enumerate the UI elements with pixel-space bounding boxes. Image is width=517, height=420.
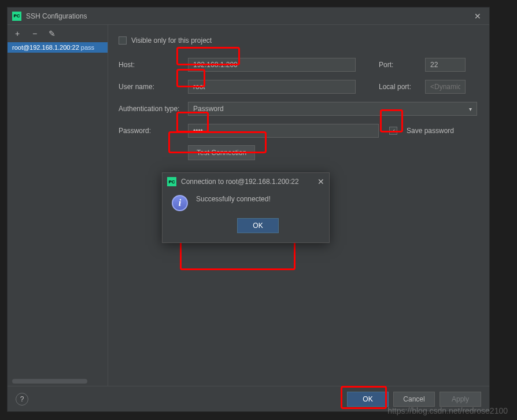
local-port-label: Local port:	[379, 83, 420, 91]
test-connection-button[interactable]: Test Connection	[188, 145, 255, 160]
visible-only-checkbox[interactable]	[119, 36, 127, 45]
remove-config-button[interactable]: −	[29, 29, 40, 38]
edit-config-button[interactable]: ✎	[47, 29, 57, 38]
config-item[interactable]: root@192.168.1.200:22 pass	[8, 42, 108, 53]
help-button[interactable]: ?	[16, 393, 28, 406]
sidebar: + − ✎ root@192.168.1.200:22 pass	[8, 25, 108, 386]
config-list: root@192.168.1.200:22 pass	[8, 42, 108, 377]
port-label: Port:	[379, 61, 420, 69]
connection-result-modal: PC Connection to root@192.168.1.200:22 ✕…	[162, 172, 330, 243]
save-password-checkbox[interactable]	[389, 127, 397, 135]
watermark: https://blog.csdn.net/redrose2100	[387, 406, 508, 415]
auth-type-value: Password	[193, 105, 224, 113]
info-icon: i	[172, 195, 188, 211]
sidebar-scrollbar[interactable]	[12, 379, 87, 384]
save-password-label: Save password	[407, 127, 454, 135]
modal-close-icon[interactable]: ✕	[317, 177, 324, 186]
apply-button[interactable]: Apply	[440, 392, 481, 407]
cancel-button[interactable]: Cancel	[393, 392, 435, 407]
config-item-name: root@192.168.1.200:22	[12, 44, 79, 51]
title-bar: PC SSH Configurations ✕	[8, 8, 489, 25]
close-icon[interactable]: ✕	[471, 10, 485, 22]
pycharm-icon: PC	[12, 12, 21, 21]
username-input[interactable]	[188, 80, 356, 94]
host-label: Host:	[119, 61, 188, 69]
auth-type-select[interactable]: Password ▾	[188, 102, 477, 116]
pycharm-icon: PC	[167, 177, 176, 186]
sidebar-toolbar: + − ✎	[8, 25, 108, 42]
chevron-down-icon: ▾	[469, 106, 472, 112]
modal-title-bar: PC Connection to root@192.168.1.200:22 ✕	[163, 173, 329, 190]
add-config-button[interactable]: +	[12, 29, 23, 38]
password-input[interactable]	[188, 124, 379, 138]
config-item-suffix: pass	[81, 44, 94, 51]
visible-only-label: Visible only for this project	[131, 36, 212, 45]
modal-ok-button[interactable]: OK	[237, 218, 279, 233]
window-title: SSH Configurations	[26, 12, 466, 20]
port-input[interactable]	[425, 58, 466, 72]
modal-title: Connection to root@192.168.1.200:22	[181, 178, 313, 186]
auth-type-label: Authentication type:	[119, 105, 188, 113]
host-input[interactable]	[188, 58, 356, 72]
local-port-input[interactable]	[425, 80, 466, 94]
ok-button[interactable]: OK	[347, 392, 389, 407]
user-label: User name:	[119, 83, 188, 91]
password-label: Password:	[119, 127, 188, 135]
modal-message: Successfully connected!	[196, 195, 320, 203]
